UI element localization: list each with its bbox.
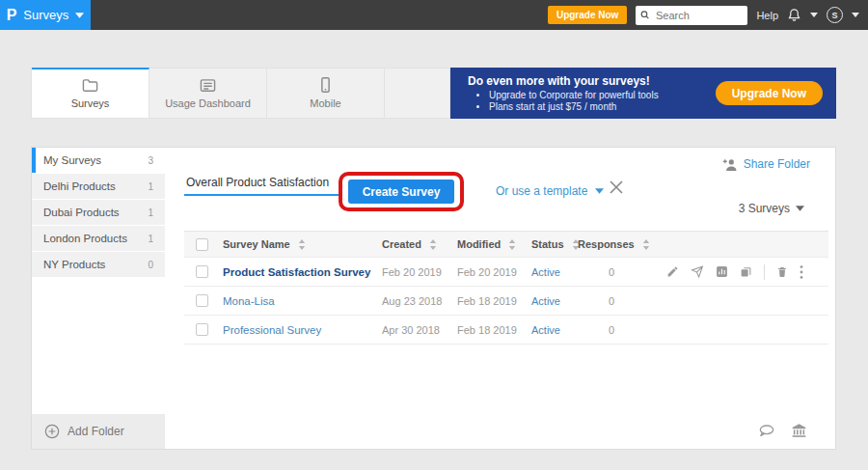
banner-upgrade-button[interactable]: Upgrade Now	[716, 81, 823, 105]
survey-name-link[interactable]: Mona-Lisa	[223, 295, 275, 307]
sort-icon[interactable]	[429, 239, 437, 250]
top-bar: P Surveys Upgrade Now Help S	[0, 0, 868, 30]
row-checkbox[interactable]	[196, 323, 208, 336]
created-date: Aug 23 2018	[382, 295, 442, 307]
folder-count: 1	[148, 207, 153, 218]
sidebar-item-london-products[interactable]: London Products 1	[32, 226, 165, 251]
upgrade-banner: Do even more with your surveys! Upgrade …	[450, 68, 836, 119]
survey-name-link[interactable]: Product Satisfaction Survey	[223, 266, 370, 278]
more-ellipsis-icon[interactable]	[800, 265, 803, 279]
search-input[interactable]	[654, 9, 743, 22]
row-checkbox[interactable]	[196, 294, 208, 307]
surveys-table: Survey Name Created Modified Status Resp…	[184, 231, 828, 345]
sidebar-item-my-surveys[interactable]: My Surveys 3	[32, 148, 165, 173]
created-date: Apr 30 2018	[382, 324, 440, 336]
responses-count: 0	[578, 266, 645, 278]
report-chart-icon[interactable]	[716, 265, 728, 278]
created-date: Feb 20 2019	[382, 266, 442, 278]
surveys-count-label: 3 Surveys	[739, 202, 790, 215]
brand-logo-icon: P	[7, 8, 17, 23]
sort-icon[interactable]	[508, 239, 516, 250]
delete-trash-icon[interactable]	[776, 265, 788, 278]
mobile-icon	[320, 77, 331, 93]
plus-circle-icon	[44, 424, 60, 439]
tab-label: Surveys	[71, 97, 110, 109]
user-avatar[interactable]: S	[827, 7, 843, 23]
create-survey-button[interactable]: Create Survey	[348, 180, 454, 204]
banner-copy: Do even more with your surveys! Upgrade …	[450, 74, 659, 113]
responses-count: 0	[578, 324, 645, 336]
app-logo-menu[interactable]: P Surveys	[0, 0, 91, 30]
modified-date: Feb 18 2019	[457, 324, 517, 336]
chevron-down-icon	[75, 13, 84, 18]
module-tabs: Surveys Usage Dashboard Mobile	[31, 68, 450, 119]
tab-usage-dashboard[interactable]: Usage Dashboard	[149, 69, 267, 118]
row-checkbox[interactable]	[196, 265, 208, 278]
sidebar-item-delhi-products[interactable]: Delhi Products 1	[32, 174, 165, 199]
app-root: { "topbar": { "logo_letter": "P", "produ…	[0, 0, 868, 470]
survey-name-link[interactable]: Professional Survey	[223, 324, 321, 336]
folder-count: 3	[148, 155, 153, 166]
folder-name: My Surveys	[43, 154, 101, 166]
help-link[interactable]: Help	[756, 10, 778, 21]
account-chevron-icon[interactable]	[852, 13, 859, 17]
table-row: Mona-Lisa Aug 23 2018 Feb 18 2019 Active…	[184, 287, 828, 316]
status-badge: Active	[531, 295, 560, 307]
surveys-panel: My Surveys 3 Delhi Products 1 Dubai Prod…	[31, 147, 836, 450]
add-folder-label: Add Folder	[68, 425, 124, 438]
new-survey-name-input[interactable]	[184, 171, 342, 196]
folder-name: Dubai Products	[43, 207, 120, 218]
surveys-count-dropdown[interactable]: 3 Surveys	[739, 202, 804, 215]
edit-pencil-icon[interactable]	[666, 265, 679, 278]
product-switcher-label: Surveys	[23, 8, 68, 22]
share-folder-button[interactable]: Share Folder	[722, 157, 810, 171]
topbar-actions: Upgrade Now Help S	[548, 6, 868, 25]
comment-bubble-icon[interactable]	[759, 425, 774, 436]
banner-bullet-list: Upgrade to Corporate for powerful tools …	[468, 90, 659, 112]
notifications-chevron-icon[interactable]	[810, 13, 818, 17]
row-actions	[645, 264, 828, 280]
notifications-bell-icon[interactable]	[787, 8, 801, 22]
header-survey-name: Survey Name	[223, 238, 290, 250]
dashboard-icon	[200, 78, 216, 93]
banner-bullet: Plans start at just $75 / month	[489, 101, 659, 112]
status-badge: Active	[531, 266, 560, 278]
table-row: Professional Survey Apr 30 2018 Feb 18 2…	[184, 316, 828, 345]
upgrade-now-button[interactable]: Upgrade Now	[548, 6, 627, 24]
sort-icon[interactable]	[642, 239, 650, 250]
table-header-row: Survey Name Created Modified Status Resp…	[184, 231, 828, 258]
folder-content: Share Folder Create Survey Or use a temp…	[165, 148, 835, 449]
tab-label: Usage Dashboard	[165, 97, 251, 109]
responses-count: 0	[578, 295, 645, 307]
tab-surveys[interactable]: Surveys	[32, 68, 149, 118]
header-created: Created	[382, 238, 421, 250]
chevron-down-icon	[796, 206, 804, 211]
select-all-checkbox[interactable]	[196, 238, 208, 251]
close-create-icon[interactable]	[610, 180, 623, 194]
search-icon	[640, 10, 650, 20]
tab-mobile[interactable]: Mobile	[267, 69, 385, 118]
status-badge: Active	[531, 324, 560, 336]
sidebar-item-dubai-products[interactable]: Dubai Products 1	[32, 200, 165, 225]
sidebar-item-ny-products[interactable]: NY Products 0	[32, 252, 165, 277]
copy-icon[interactable]	[740, 265, 752, 278]
folder-icon	[82, 78, 98, 93]
panel-footer-icons	[759, 424, 806, 437]
add-folder-button[interactable]: Add Folder	[32, 414, 165, 449]
survey-bank-icon[interactable]	[792, 424, 806, 437]
folder-name: London Products	[43, 233, 127, 244]
folders-sidebar: My Surveys 3 Delhi Products 1 Dubai Prod…	[32, 148, 165, 449]
folder-count: 1	[148, 234, 153, 244]
folder-count: 1	[148, 181, 153, 192]
tab-label: Mobile	[310, 97, 340, 109]
folder-name: NY Products	[43, 259, 105, 270]
send-plane-icon[interactable]	[691, 265, 704, 278]
table-row: Product Satisfaction Survey Feb 20 2019 …	[184, 258, 828, 287]
chevron-down-icon	[595, 188, 604, 194]
folder-count: 0	[148, 260, 153, 270]
use-template-dropdown[interactable]: Or use a template	[496, 184, 604, 198]
sort-icon[interactable]	[298, 239, 306, 250]
banner-title: Do even more with your surveys!	[468, 74, 659, 88]
search-box[interactable]	[636, 6, 747, 25]
tabbar-filler	[385, 69, 449, 118]
